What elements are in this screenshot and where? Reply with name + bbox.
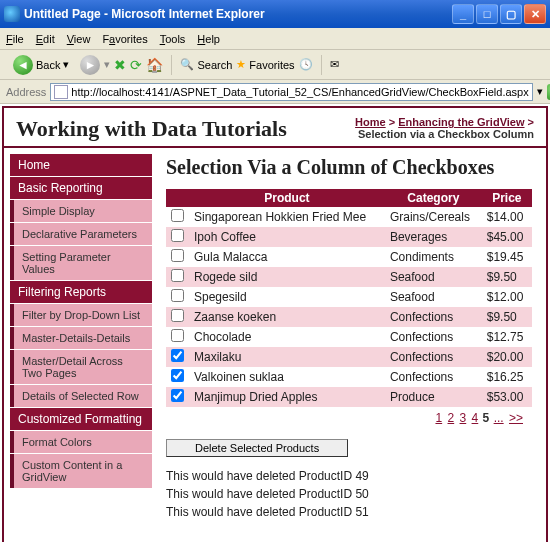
cell-product: Valkoinen suklaa [189,367,385,387]
nav-header[interactable]: Filtering Reports [10,281,152,303]
table-row: Singaporean Hokkien Fried MeeGrains/Cere… [166,207,532,227]
nav-item[interactable]: Simple Display [10,200,152,222]
menu-favorites[interactable]: Favorites [102,33,147,45]
cell-product: Manjimup Dried Apples [189,387,385,407]
col-category: Category [385,189,482,207]
cell-price: $9.50 [482,267,532,287]
maximize-button[interactable]: ▢ [500,4,522,24]
pager-page[interactable]: 3 [460,411,467,425]
cell-category: Condiments [385,247,482,267]
result-messages: This would have deleted ProductID 49This… [166,467,532,521]
main-panel: Selection Via a Column of Checkboxes Pro… [152,148,546,542]
close-button[interactable]: ✕ [524,4,546,24]
cell-category: Confections [385,307,482,327]
stop-icon[interactable]: ✖ [114,57,126,73]
row-checkbox[interactable] [171,289,184,302]
cell-category: Beverages [385,227,482,247]
cell-product: Spegesild [189,287,385,307]
row-checkbox[interactable] [171,229,184,242]
cell-product: Chocolade [189,327,385,347]
nav-item[interactable]: Details of Selected Row [10,385,152,407]
table-row: MaxilakuConfections$20.00 [166,347,532,367]
chevron-down-icon[interactable]: ▾ [104,58,110,71]
pager-page[interactable]: 1 [435,411,442,425]
nav-item[interactable]: Custom Content in a GridView [10,454,152,488]
page-header: Working with Data Tutorials Home > Enhan… [4,108,546,148]
menu-view[interactable]: View [67,33,91,45]
nav-header[interactable]: Home [10,154,152,176]
menu-bar: File Edit View Favorites Tools Help [0,28,550,50]
nav-header[interactable]: Basic Reporting [10,177,152,199]
nav-header[interactable]: Customized Formatting [10,408,152,430]
page-title: Selection Via a Column of Checkboxes [166,156,532,179]
window-title: Untitled Page - Microsoft Internet Explo… [24,7,450,21]
nav-item[interactable]: Setting Parameter Values [10,246,152,280]
toolbar: ◄ Back ▾ ► ▾ ✖ ⟳ 🏠 🔍Search ★Favorites 🕓 … [0,50,550,80]
nav-item[interactable]: Filter by Drop-Down List [10,304,152,326]
star-icon: ★ [236,58,246,71]
back-button[interactable]: ◄ Back ▾ [6,52,76,78]
refresh-icon[interactable]: ⟳ [130,57,142,73]
pager-more[interactable]: ... [494,411,504,425]
address-bar: Address http://localhost:4141/ASPNET_Dat… [0,80,550,104]
row-checkbox[interactable] [171,349,184,362]
history-icon[interactable]: 🕓 [299,58,313,71]
cell-price: $16.25 [482,367,532,387]
pager-current: 5 [483,411,490,425]
nav-item[interactable]: Master-Details-Details [10,327,152,349]
menu-edit[interactable]: Edit [36,33,55,45]
address-label: Address [6,86,46,98]
pager: 1 2 3 4 5 ... >> [166,407,532,429]
cell-category: Seafood [385,287,482,307]
breadcrumb: Home > Enhancing the GridView > Selectio… [355,116,534,140]
row-checkbox[interactable] [171,249,184,262]
minimize-button[interactable]: _ [452,4,474,24]
cell-product: Singaporean Hokkien Fried Mee [189,207,385,227]
pager-page[interactable]: 4 [472,411,479,425]
cell-price: $20.00 [482,347,532,367]
window-titlebar: Untitled Page - Microsoft Internet Explo… [0,0,550,28]
row-checkbox[interactable] [171,209,184,222]
crumb-section[interactable]: Enhancing the GridView [398,116,524,128]
cell-price: $14.00 [482,207,532,227]
search-icon: 🔍 [180,58,194,71]
cell-category: Confections [385,367,482,387]
pager-page[interactable]: 2 [448,411,455,425]
cell-product: Zaanse koeken [189,307,385,327]
search-button[interactable]: 🔍Search [180,58,232,71]
cell-category: Confections [385,327,482,347]
menu-tools[interactable]: Tools [160,33,186,45]
mail-icon[interactable]: ✉ [330,58,339,71]
row-checkbox[interactable] [171,389,184,402]
nav-item[interactable]: Declarative Parameters [10,223,152,245]
row-checkbox[interactable] [171,309,184,322]
table-row: Valkoinen suklaaConfections$16.25 [166,367,532,387]
home-icon[interactable]: 🏠 [146,57,163,73]
cell-product: Maxilaku [189,347,385,367]
dropdown-icon[interactable]: ▾ [537,85,543,98]
cell-price: $45.00 [482,227,532,247]
nav-item[interactable]: Format Colors [10,431,152,453]
table-row: Ipoh CoffeeBeverages$45.00 [166,227,532,247]
sidebar: HomeBasic ReportingSimple DisplayDeclara… [4,148,152,542]
delete-selected-button[interactable]: Delete Selected Products [166,439,348,457]
col-checkbox [166,189,189,207]
table-row: Zaanse koekenConfections$9.50 [166,307,532,327]
nav-item[interactable]: Master/Detail Across Two Pages [10,350,152,384]
cell-category: Grains/Cereals [385,207,482,227]
row-checkbox[interactable] [171,329,184,342]
crumb-home[interactable]: Home [355,116,386,128]
cell-category: Seafood [385,267,482,287]
restore-button[interactable]: □ [476,4,498,24]
cell-price: $12.00 [482,287,532,307]
address-input[interactable]: http://localhost:4141/ASPNET_Data_Tutori… [50,83,532,101]
result-message: This would have deleted ProductID 51 [166,503,532,521]
menu-help[interactable]: Help [197,33,220,45]
menu-file[interactable]: File [6,33,24,45]
row-checkbox[interactable] [171,369,184,382]
forward-button[interactable]: ► [80,55,100,75]
pager-next[interactable]: >> [509,411,523,425]
row-checkbox[interactable] [171,269,184,282]
favorites-button[interactable]: ★Favorites [236,58,294,71]
table-row: SpegesildSeafood$12.00 [166,287,532,307]
